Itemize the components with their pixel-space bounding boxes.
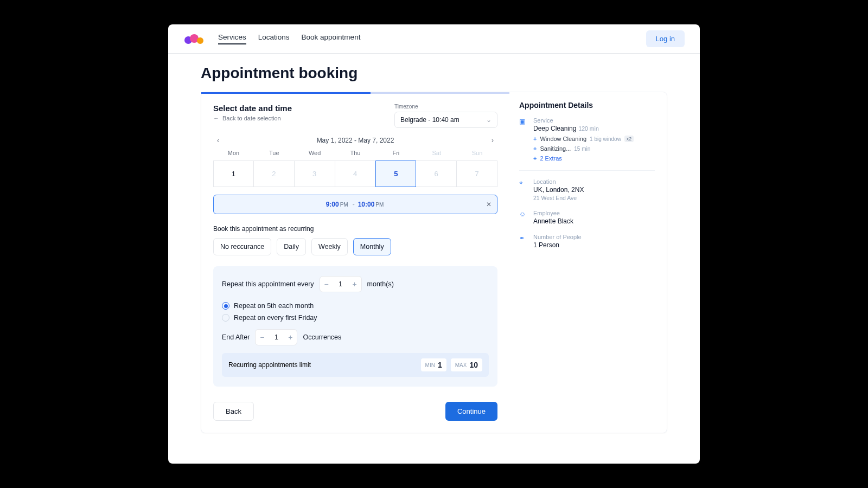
day-6[interactable]: 6 <box>416 160 457 187</box>
radio-repeat-on-weekday[interactable]: Repeat on every first Friday <box>222 314 489 322</box>
plus-icon[interactable]: + <box>284 330 297 345</box>
next-week-button[interactable]: › <box>488 136 497 145</box>
nav-services[interactable]: Services <box>218 33 246 44</box>
location-icon: ⌖ <box>519 178 528 201</box>
back-to-date-link[interactable]: ← Back to date selection <box>213 115 281 121</box>
nav-book[interactable]: Book appointment <box>302 33 361 44</box>
recur-weekly[interactable]: Weekly <box>311 238 348 255</box>
clear-slot-icon[interactable]: ✕ <box>486 201 492 208</box>
more-extras-link[interactable]: +2 Extras <box>533 155 634 162</box>
recur-monthly[interactable]: Monthly <box>353 238 391 255</box>
selected-timeslot[interactable]: 9:00 PM - 10:00 PM ✕ <box>213 195 497 214</box>
page-title: Appointment booking <box>201 65 667 82</box>
service-icon: ▣ <box>519 117 528 162</box>
day-2[interactable]: 2 <box>254 160 295 187</box>
day-1[interactable]: 1 <box>213 160 254 187</box>
date-range: May 1, 2022 - May 7, 2022 <box>317 137 394 144</box>
plus-icon: + <box>533 136 537 142</box>
day-3[interactable]: 3 <box>295 160 335 187</box>
prev-week-button[interactable]: ‹ <box>213 136 223 145</box>
timezone-label: Timezone <box>394 104 497 110</box>
progress-bar <box>201 92 509 94</box>
radio-dot-icon <box>222 302 229 310</box>
details-title: Appointment Details <box>519 101 655 110</box>
day-4[interactable]: 4 <box>335 160 376 187</box>
arrow-left-icon: ← <box>213 115 219 121</box>
login-button[interactable]: Log in <box>646 30 685 47</box>
end-after-stepper[interactable]: − 1 + <box>255 329 297 345</box>
minus-icon[interactable]: − <box>256 330 269 345</box>
recurring-label: Book this appointment as recurring <box>213 225 497 233</box>
back-button[interactable]: Back <box>213 402 254 421</box>
day-5[interactable]: 5 <box>375 160 416 187</box>
repeat-every-stepper[interactable]: − 1 + <box>320 276 362 292</box>
svg-point-2 <box>197 37 203 44</box>
section-title: Select date and time <box>213 104 292 113</box>
chevron-down-icon: ⌄ <box>486 116 492 124</box>
employee-icon: ☺ <box>519 210 528 225</box>
timezone-select[interactable]: Belgrade - 10:40 am ⌄ <box>394 112 497 128</box>
continue-button[interactable]: Continue <box>445 402 497 421</box>
radio-dot-icon <box>222 314 229 322</box>
minus-icon[interactable]: − <box>320 277 333 292</box>
recur-none[interactable]: No reccurance <box>213 238 271 255</box>
nav-locations[interactable]: Locations <box>258 33 290 44</box>
radio-repeat-on-date[interactable]: Repeat on 5th each month <box>222 302 489 310</box>
plus-icon[interactable]: + <box>348 277 361 292</box>
recurring-limit: Recurring appointments limit MIN1 MAX10 <box>222 353 489 377</box>
recur-daily[interactable]: Daily <box>277 238 306 255</box>
app-logo <box>183 33 205 45</box>
day-7[interactable]: 7 <box>457 160 497 187</box>
people-icon: ⚭ <box>519 234 528 249</box>
plus-icon: + <box>533 145 537 152</box>
